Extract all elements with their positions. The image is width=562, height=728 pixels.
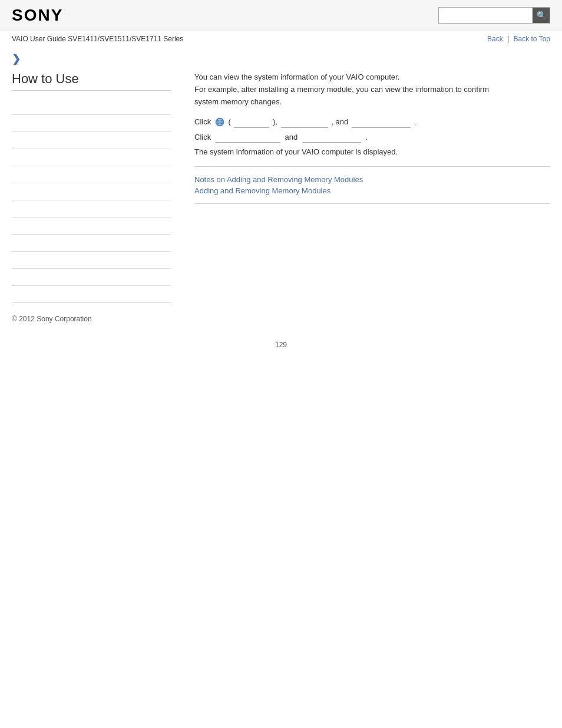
sidebar-item-9[interactable] — [12, 235, 171, 252]
header: SONY 🔍 — [0, 0, 562, 31]
windows-globe-icon — [215, 117, 224, 127]
step-3-text: The system information of your VAIO comp… — [194, 146, 550, 158]
back-link[interactable]: Back — [487, 35, 503, 43]
sidebar: How to Use — [12, 71, 183, 303]
content-area: You can view the system information of y… — [183, 71, 550, 303]
sidebar-item-2[interactable] — [12, 115, 171, 132]
intro-line2: For example, after installing a memory m… — [194, 85, 489, 94]
intro-line1: You can view the system information of y… — [194, 73, 399, 81]
step-2-text: Click and . — [194, 131, 550, 143]
sidebar-item-3[interactable] — [12, 132, 171, 149]
content-intro: You can view the system information of y… — [194, 71, 550, 108]
search-button[interactable]: 🔍 — [533, 7, 550, 24]
step1-end: . — [414, 117, 416, 126]
step1-paren-close: ), — [273, 117, 277, 126]
page-number: 129 — [0, 329, 562, 355]
related-link-2[interactable]: Adding and Removing Memory Modules — [194, 186, 550, 195]
nav-bar: VAIO User Guide SVE1411/SVE1511/SVE1711 … — [0, 31, 562, 47]
sidebar-item-10[interactable] — [12, 252, 171, 269]
step1-pre: Click — [194, 117, 211, 126]
sidebar-item-4[interactable] — [12, 149, 171, 166]
step-2-row: Click and . — [194, 131, 550, 143]
step1-blank3 — [352, 121, 411, 128]
related-links: Notes on Adding and Removing Memory Modu… — [194, 175, 550, 195]
step2-blank1 — [216, 136, 280, 143]
related-link-1[interactable]: Notes on Adding and Removing Memory Modu… — [194, 175, 550, 184]
step2-mid: and — [285, 133, 297, 141]
breadcrumb-arrow: ❯ — [0, 47, 562, 65]
intro-line3: system memory changes. — [194, 97, 282, 106]
sidebar-title: How to Use — [12, 71, 171, 91]
sidebar-item-11[interactable] — [12, 269, 171, 286]
main-layout: How to Use You can view the system infor… — [0, 65, 562, 315]
step2-end: . — [365, 133, 368, 141]
sidebar-item-1[interactable] — [12, 98, 171, 115]
search-area: 🔍 — [438, 7, 550, 24]
step2-blank2 — [302, 136, 361, 143]
step1-paren-open: ( — [228, 117, 230, 126]
step-1-text: Click ( ), , and . — [194, 116, 550, 128]
sidebar-item-6[interactable] — [12, 183, 171, 200]
content-divider-2 — [194, 203, 550, 204]
back-to-top-link[interactable]: Back to Top — [514, 35, 550, 43]
search-input[interactable] — [438, 7, 533, 24]
step1-mid: , and — [331, 117, 348, 126]
step-3-row: The system information of your VAIO comp… — [194, 146, 550, 158]
sidebar-item-7[interactable] — [12, 200, 171, 218]
step1-blank1 — [234, 121, 269, 128]
step1-blank2 — [281, 121, 328, 128]
sidebar-item-5[interactable] — [12, 166, 171, 183]
nav-links: Back | Back to Top — [487, 35, 550, 43]
content-divider-1 — [194, 166, 550, 167]
sidebar-item-12[interactable] — [12, 286, 171, 303]
guide-title: VAIO User Guide SVE1411/SVE1511/SVE1711 … — [12, 35, 183, 43]
step-1-row: Click ( ), , and . — [194, 116, 550, 128]
sony-logo: SONY — [12, 6, 63, 25]
search-icon: 🔍 — [537, 11, 547, 20]
step2-pre: Click — [194, 133, 211, 141]
nav-separator: | — [507, 35, 509, 43]
copyright: © 2012 Sony Corporation — [0, 315, 562, 329]
sidebar-item-8[interactable] — [12, 218, 171, 235]
